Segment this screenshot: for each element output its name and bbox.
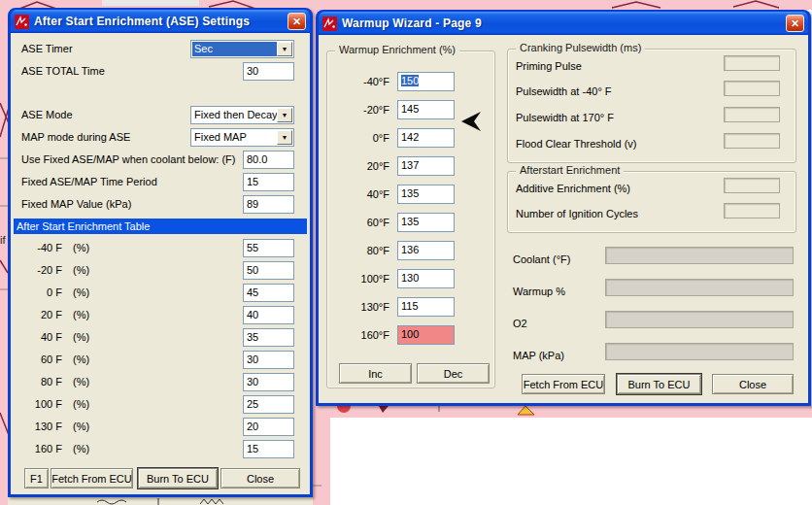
- row-input[interactable]: 40: [243, 306, 294, 324]
- window-title: After Start Enrichment (ASE) Settings: [29, 15, 250, 28]
- warmup-row: -40°F 150: [327, 72, 494, 91]
- row-input[interactable]: 142: [397, 128, 455, 148]
- row-input[interactable]: 130: [397, 269, 455, 288]
- coolant-below-input[interactable]: 80.0: [243, 151, 294, 169]
- priming-pulse-field: [724, 55, 780, 71]
- ignition-cycles-field: [724, 203, 780, 219]
- f1-help-button[interactable]: F1: [24, 468, 49, 488]
- group-title: Warmup Enrichment (%): [335, 44, 459, 55]
- warmup-row: 60°F 135: [327, 213, 494, 232]
- row-input[interactable]: 30: [243, 351, 294, 369]
- row-input[interactable]: 115: [397, 297, 455, 317]
- pulsewidth-minus40-field: [724, 81, 780, 96]
- ase-mode-dropdown[interactable]: Fixed then Decay ▼: [190, 106, 294, 124]
- row-temp: 100°F: [335, 269, 389, 288]
- afterstart-enrichment-group: Afterstart Enrichment Additive Enrichmen…: [507, 171, 796, 233]
- warmup-titlebar[interactable]: Warmup Wizard - Page 9 ✕: [319, 12, 808, 35]
- row-input[interactable]: 145: [397, 100, 455, 119]
- warmup-row: 130°F 115: [327, 297, 494, 317]
- o2-readout: [605, 311, 794, 328]
- chevron-down-icon[interactable]: ▼: [277, 42, 292, 56]
- pulsewidth-170-field: [724, 107, 780, 122]
- ase-dialog-body: ASE Timer Sec ▼ ASE TOTAL Time 30 ASE Mo…: [11, 33, 310, 494]
- row-temp: 0 F: [17, 284, 62, 302]
- row-input[interactable]: 35: [243, 328, 294, 347]
- row-temp: 160°F: [335, 325, 389, 345]
- warmup-row: 40°F 135: [327, 185, 494, 204]
- dec-button[interactable]: Dec: [417, 363, 490, 384]
- map-kpa-label: MAP (kPa): [513, 347, 564, 365]
- row-temp: 40°F: [335, 185, 389, 204]
- warmup-enrichment-group: Warmup Enrichment (%) -40°F 150 -20°F 14…: [326, 50, 495, 388]
- row-input[interactable]: 20: [243, 418, 294, 436]
- row-temp: 80°F: [335, 241, 389, 260]
- row-input[interactable]: 15: [243, 440, 294, 458]
- ase-timer-value: Sec: [192, 42, 277, 56]
- fixed-map-label: Fixed MAP Value (kPa): [21, 195, 131, 214]
- row-temp: 0°F: [335, 128, 389, 148]
- row-temp: 100 F: [17, 395, 62, 414]
- map-mode-label: MAP mode during ASE: [21, 128, 130, 147]
- warmup-row: 80°F 136: [327, 241, 494, 260]
- row-input[interactable]: 150: [397, 72, 455, 91]
- row-input[interactable]: 50: [243, 261, 294, 280]
- fetch-from-ecu-button[interactable]: Fetch From ECU: [51, 468, 133, 488]
- map-kpa-readout: [605, 343, 794, 360]
- row-temp: 40 F: [17, 328, 62, 347]
- flood-clear-field: [724, 133, 780, 149]
- row-temp: -20 F: [17, 261, 62, 280]
- fixed-time-input[interactable]: 15: [243, 173, 294, 191]
- ase-settings-window: After Start Enrichment (ASE) Settings ✕ …: [8, 8, 313, 497]
- row-input[interactable]: 137: [397, 156, 455, 176]
- row-input[interactable]: 30: [243, 373, 294, 391]
- close-dialog-button[interactable]: Close: [220, 468, 300, 488]
- close-button[interactable]: ✕: [786, 15, 804, 32]
- row-temp: 160 F: [17, 440, 62, 458]
- close-button[interactable]: ✕: [288, 13, 306, 30]
- ase-timer-label: ASE Timer: [21, 40, 73, 58]
- burn-to-ecu-button[interactable]: Burn To ECU: [617, 374, 701, 394]
- fetch-from-ecu-button[interactable]: Fetch From ECU: [522, 374, 605, 394]
- map-mode-value: Fixed MAP: [191, 131, 247, 143]
- pulsewidth-minus40-label: Pulsewidth at -40° F: [516, 83, 612, 101]
- background-text-fragment: if: [0, 234, 6, 246]
- warmup-row: 100°F 130: [327, 269, 494, 288]
- chevron-down-icon[interactable]: ▼: [277, 108, 292, 122]
- row-input[interactable]: 25: [243, 395, 294, 414]
- row-temp: 130 F: [17, 418, 62, 436]
- row-unit: (%): [73, 239, 89, 257]
- group-title: Afterstart Enrichment: [516, 164, 624, 176]
- chevron-down-icon[interactable]: ▼: [277, 130, 292, 145]
- warmup-row: 160°F 100: [327, 325, 494, 345]
- row-input[interactable]: 135: [397, 185, 455, 204]
- table-row: 160 F (%) 15: [11, 440, 310, 458]
- row-unit: (%): [73, 440, 89, 458]
- row-input[interactable]: 135: [397, 213, 455, 232]
- ase-table-header: After Start Enrichment Table: [14, 219, 307, 234]
- row-input[interactable]: 55: [243, 239, 294, 257]
- row-temp: -20°F: [335, 100, 389, 119]
- row-temp: 60 F: [17, 351, 62, 369]
- map-mode-dropdown[interactable]: Fixed MAP ▼: [190, 128, 294, 147]
- flood-clear-label: Flood Clear Threshold (v): [516, 135, 637, 153]
- ase-mode-label: ASE Mode: [21, 106, 73, 124]
- row-temp: 20 F: [17, 306, 62, 324]
- inc-button[interactable]: Inc: [339, 363, 412, 384]
- close-dialog-button[interactable]: Close: [712, 374, 794, 394]
- ase-timer-dropdown[interactable]: Sec ▼: [190, 40, 294, 58]
- row-input[interactable]: 136: [397, 241, 455, 260]
- cursor-arrow-icon: [460, 111, 482, 132]
- close-icon: ✕: [791, 17, 799, 30]
- row-input-alert[interactable]: 100: [397, 325, 455, 345]
- ase-total-time-input[interactable]: 30: [243, 62, 294, 81]
- warmup-row: 20°F 137: [327, 156, 494, 176]
- ase-mode-value: Fixed then Decay: [191, 109, 278, 120]
- fixed-map-input[interactable]: 89: [243, 195, 294, 214]
- row-input[interactable]: 45: [243, 284, 294, 302]
- table-row: 130 F (%) 20: [11, 418, 310, 436]
- o2-label: O2: [513, 315, 527, 333]
- burn-to-ecu-button[interactable]: Burn To ECU: [138, 468, 218, 488]
- ase-titlebar[interactable]: After Start Enrichment (ASE) Settings ✕: [11, 10, 310, 33]
- warmup-dialog-body: Warmup Enrichment (%) -40°F 150 -20°F 14…: [319, 35, 808, 403]
- row-temp: -40°F: [335, 72, 389, 91]
